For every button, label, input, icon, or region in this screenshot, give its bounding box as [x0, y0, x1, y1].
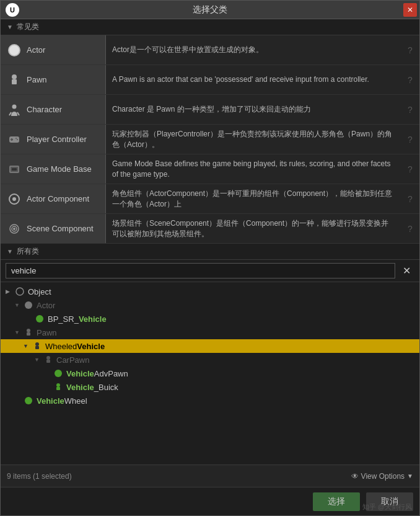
svg-point-28: [56, 383, 60, 387]
scene-component-row[interactable]: Scene Component 场景组件（SceneComponent）是组件（…: [1, 214, 419, 244]
view-options-arrow-icon: ▼: [407, 473, 413, 479]
all-section-triangle: ▼: [7, 248, 13, 255]
svg-point-9: [17, 139, 18, 140]
all-section-label: 所有类: [17, 246, 39, 257]
vehicle-adv-pawn-label: VehicleAdvPawn: [66, 369, 128, 378]
game-mode-label: Game Mode Base: [27, 164, 92, 174]
wheeled-vehicle-label: WheeledVehicle: [45, 342, 105, 351]
game-mode-icon: [7, 162, 22, 177]
actor-component-button[interactable]: Actor Component: [1, 184, 106, 213]
actor-button[interactable]: Actor: [1, 35, 106, 64]
all-section-header: ▼ 所有类: [1, 244, 419, 260]
vehicle-adv-pawn-icon: [53, 368, 64, 379]
tree-item-pawn[interactable]: ▼ Pawn: [1, 326, 419, 339]
car-pawn-icon: [43, 354, 54, 365]
common-section-label: 常见类: [17, 22, 39, 32]
game-mode-help[interactable]: ?: [401, 154, 419, 184]
vehicle-buick-icon: [53, 381, 64, 393]
pawn-row[interactable]: Pawn A Pawn is an actor that can be 'pos…: [1, 65, 419, 95]
view-options-eye-icon: 👁: [351, 472, 359, 481]
character-row[interactable]: Character Character 是 Pawn 的一种类型，增加了可以来回…: [1, 95, 419, 125]
tree-item-wheeled-vehicle[interactable]: ▼ WheeledVehicle: [1, 339, 419, 353]
svg-rect-1: [12, 79, 17, 84]
scene-component-desc: 场景组件（SceneComponent）是组件（Component）的一种，能够…: [106, 214, 401, 243]
tree-item-car-pawn[interactable]: ▼ CarPawn: [1, 353, 419, 367]
svg-rect-24: [35, 346, 39, 349]
class-tree[interactable]: ▶ Object ▼ Actor BP_SR_Vehic: [1, 282, 419, 465]
confirm-button[interactable]: 选择: [313, 492, 360, 511]
actor-row[interactable]: Actor Actor是一个可以在世界中放置或生成的对象。 ?: [1, 35, 419, 65]
vehicle-buick-label: Vehicle_Buick: [66, 383, 118, 392]
view-options-button[interactable]: 👁 View Options ▼: [351, 472, 413, 481]
tree-item-bp-sr-vehicle[interactable]: BP_SR_Vehicle: [1, 312, 419, 326]
search-clear-button[interactable]: ✕: [399, 264, 414, 278]
svg-point-17: [13, 228, 15, 230]
title-bar: U 选择父类 ✕: [1, 1, 419, 19]
tree-item-vehicle-adv-pawn[interactable]: VehicleAdvPawn: [1, 367, 419, 380]
window-title: 选择父类: [193, 4, 227, 16]
pawn-button[interactable]: Pawn: [1, 65, 106, 94]
svg-point-0: [12, 74, 17, 79]
object-label: Object: [28, 287, 51, 296]
svg-point-19: [25, 301, 32, 309]
game-mode-desc: Game Mode Base defines the game being pl…: [106, 154, 401, 184]
main-window: U 选择父类 ✕ ▼ 常见类 Actor Actor是一个可以在世界中放置或生成…: [0, 0, 420, 516]
vehicle-wheel-icon: [23, 395, 34, 406]
scene-component-icon: [7, 221, 22, 236]
tree-item-actor[interactable]: ▼ Actor: [1, 298, 419, 312]
scene-component-help[interactable]: ?: [401, 214, 419, 243]
svg-point-18: [16, 288, 24, 295]
search-input[interactable]: [6, 263, 395, 278]
status-bar: 9 items (1 selected) 👁 View Options ▼: [1, 465, 419, 487]
pawn-tree-label: Pawn: [37, 328, 57, 337]
actor-component-desc: 角色组件（ActorComponent）是一种可重用的组件（Component）…: [106, 184, 401, 213]
car-pawn-label: CarPawn: [56, 355, 89, 365]
actor-tree-icon: [23, 300, 34, 311]
svg-rect-22: [27, 332, 30, 336]
pawn-tree-triangle: ▼: [14, 329, 23, 336]
svg-line-4: [17, 112, 19, 115]
character-desc: Character 是 Pawn 的一种类型，增加了可以来回走动的能力: [106, 95, 401, 124]
actor-component-row[interactable]: Actor Component 角色组件（ActorComponent）是一种可…: [1, 184, 419, 214]
svg-point-2: [12, 104, 17, 109]
actor-component-help[interactable]: ?: [401, 184, 419, 213]
svg-rect-12: [12, 168, 17, 171]
pawn-icon: [7, 73, 22, 87]
wheeled-vehicle-icon: [32, 340, 43, 352]
player-controller-label: Player Controller: [27, 135, 87, 144]
character-button[interactable]: Character: [1, 95, 106, 124]
actor-component-label: Actor Component: [27, 194, 89, 203]
actor-desc: Actor是一个可以在世界中放置或生成的对象。: [106, 35, 401, 64]
player-controller-desc: 玩家控制器（PlayerController）是一种负责控制该玩家使用的人形角色…: [106, 125, 401, 154]
tree-item-vehicle-buick[interactable]: Vehicle_Buick: [1, 380, 419, 394]
close-button[interactable]: ✕: [403, 3, 417, 17]
svg-rect-29: [56, 387, 60, 390]
wheeled-vehicle-triangle: ▼: [23, 343, 32, 349]
pawn-desc: A Pawn is an actor that can be 'possesse…: [106, 65, 401, 94]
player-controller-row[interactable]: Player Controller 玩家控制器（PlayerController…: [1, 125, 419, 154]
svg-point-14: [12, 197, 16, 201]
actor-icon: [7, 43, 22, 58]
bp-sr-vehicle-icon: [34, 313, 45, 324]
svg-point-20: [36, 315, 43, 322]
svg-point-23: [35, 342, 39, 346]
character-icon: [7, 102, 22, 117]
player-controller-help[interactable]: ?: [401, 125, 419, 154]
tree-item-object[interactable]: ▶ Object: [1, 285, 419, 298]
pawn-tree-icon: [23, 327, 34, 338]
scene-component-button[interactable]: Scene Component: [1, 214, 106, 243]
game-mode-row[interactable]: Game Mode Base Game Mode Base defines th…: [1, 154, 419, 184]
section-triangle: ▼: [7, 24, 13, 30]
character-help[interactable]: ?: [401, 95, 419, 124]
svg-rect-26: [46, 360, 50, 363]
actor-help[interactable]: ?: [401, 35, 419, 64]
player-controller-button[interactable]: Player Controller: [1, 125, 106, 154]
game-mode-button[interactable]: Game Mode Base: [1, 154, 106, 184]
pawn-help[interactable]: ?: [401, 65, 419, 94]
vehicle-wheel-label: VehicleWheel: [37, 396, 87, 406]
svg-point-21: [27, 329, 30, 332]
actor-label: Actor: [27, 45, 45, 55]
pawn-label: Pawn: [27, 75, 47, 84]
player-controller-icon: [7, 132, 22, 147]
tree-item-vehicle-wheel[interactable]: VehicleWheel: [1, 394, 419, 407]
